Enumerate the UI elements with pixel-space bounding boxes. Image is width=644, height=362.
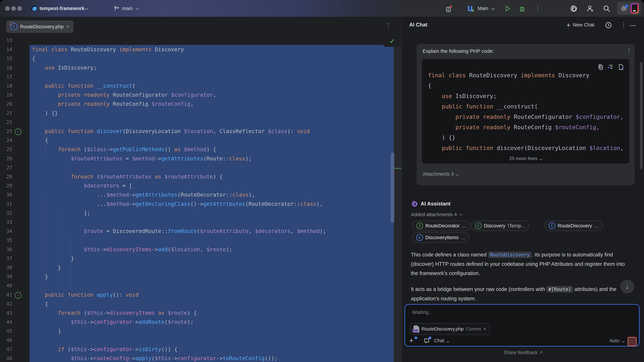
- attachment-chip[interactable]: IRouteDecorator...: [412, 221, 470, 231]
- new-chat-button[interactable]: New Chat: [573, 22, 594, 28]
- stop-button[interactable]: [628, 337, 636, 346]
- code-token: $route: [84, 228, 103, 234]
- insert-at-caret-icon[interactable]: [607, 63, 614, 71]
- code-token: RouteConfig: [110, 101, 152, 107]
- tab-close-icon[interactable]: ×: [66, 24, 69, 29]
- more-actions-menu[interactable]: ⋮: [535, 5, 541, 11]
- ai-assistant-icon[interactable]: [570, 4, 578, 13]
- search-everywhere-icon[interactable]: [602, 4, 611, 13]
- message-options-menu[interactable]: ⋮: [626, 48, 632, 54]
- settings-gear-icon[interactable]: [620, 4, 628, 13]
- run-config-selector[interactable]: Main: [478, 0, 488, 17]
- code-token: $route: [206, 246, 226, 253]
- attachment-label: Discovery: [484, 223, 505, 229]
- code-area[interactable]: final class RouteDiscovery implements Di…: [0, 35, 394, 362]
- code-token: $configurator: [171, 92, 213, 98]
- context-file-chip[interactable]: PHP RouteDiscovery.php Current ×: [410, 323, 490, 335]
- code-line: {: [32, 136, 48, 145]
- attachment-suffix: \Temp...: [508, 223, 525, 229]
- window-close-button[interactable]: [5, 6, 10, 11]
- chat-history-icon[interactable]: [604, 21, 612, 29]
- code-token: ->: [171, 355, 178, 362]
- interface-icon: I: [475, 222, 482, 229]
- code-token: ,: [620, 145, 627, 151]
- code-token: }: [32, 328, 61, 334]
- code-token: $decorators: [84, 183, 119, 189]
- hide-panel-button[interactable]: —: [630, 22, 636, 28]
- window-zoom-button[interactable]: [17, 6, 22, 11]
- inspections-ok-widget[interactable]: ✓: [384, 35, 401, 47]
- code-token: apply: [136, 355, 152, 362]
- copy-icon[interactable]: [597, 63, 604, 71]
- code-token: $class: [268, 128, 287, 134]
- code-token: public: [45, 128, 64, 134]
- code-token: implements: [119, 46, 152, 53]
- code-token: ->: [87, 355, 94, 362]
- chat-code-line: public function discover(DiscoveryLocati…: [428, 143, 627, 153]
- attachment-chip[interactable]: CDiscoveryItems...: [412, 232, 469, 243]
- code-token: $method: [184, 146, 206, 152]
- added-attachments-toggle[interactable]: Added attachments 4: [411, 212, 462, 217]
- user-avatar[interactable]: [630, 3, 639, 13]
- tab-routediscovery[interactable]: C RouteDiscovery.php ×: [6, 20, 74, 33]
- code-token: $this: [71, 319, 87, 325]
- attachments-toggle[interactable]: Attachments 3: [422, 171, 458, 177]
- code-line: }: [32, 254, 74, 263]
- branch-selector[interactable]: main: [122, 0, 133, 17]
- attachment-chip[interactable]: CRouteDiscovery...: [544, 221, 603, 231]
- window-minimize-button[interactable]: [11, 6, 16, 11]
- tab-label: RouteDiscovery.php: [20, 24, 64, 29]
- code-line: private readonly RouteConfigurator $conf…: [32, 90, 216, 99]
- code-token: configurator: [94, 346, 132, 353]
- expand-more-lines[interactable]: 25 more lines: [422, 156, 629, 161]
- add-context-button[interactable]: +: [409, 337, 417, 345]
- editor-options-menu[interactable]: ⋮: [386, 22, 392, 28]
- code-token: ->: [132, 319, 139, 325]
- editor-scrollbar[interactable]: [391, 152, 394, 223]
- code-token: [428, 103, 442, 110]
- plus-icon[interactable]: +: [566, 21, 570, 29]
- code-token: IsDiscovery;: [452, 93, 496, 99]
- mode-selector[interactable]: Chat: [434, 338, 449, 344]
- code-token: );: [187, 319, 194, 325]
- code-editor[interactable]: 1314151617181920212223↑24252627282930313…: [0, 35, 402, 362]
- project-selector[interactable]: tempest-framework: [40, 0, 84, 17]
- code-token: = DiscoveredRoute::: [103, 228, 168, 234]
- chevron-down-icon: [136, 6, 139, 10]
- new-file-icon[interactable]: [617, 63, 624, 71]
- model-selector[interactable]: Auto: [610, 338, 624, 344]
- code-token: RouteDiscovery: [466, 72, 521, 79]
- attachment-chip[interactable]: IDiscovery\Temp...: [470, 221, 529, 231]
- share-feedback-link[interactable]: Share feedback ↗: [402, 350, 644, 355]
- chat-code-line: private readonly RouteConfigurator $conf…: [428, 112, 624, 122]
- debug-button[interactable]: [518, 5, 526, 12]
- run-button[interactable]: [504, 5, 512, 12]
- chat-input-box[interactable]: Waiting... PHP RouteDiscovery.php Curren…: [404, 304, 640, 347]
- code-token: [32, 173, 71, 180]
- code-token: (: [164, 319, 168, 325]
- code-token: ,: [190, 101, 194, 107]
- code-token: ) {: [213, 173, 223, 180]
- code-token: [164, 310, 168, 316]
- code-token: $route: [168, 310, 187, 316]
- code-with-me-icon[interactable]: [586, 4, 594, 13]
- notification-dot: [414, 337, 417, 339]
- chat-scrollbar[interactable]: [640, 62, 643, 169]
- code-token: class: [300, 201, 316, 207]
- code-line: final class RouteDiscovery implements Di…: [32, 45, 184, 54]
- code-token: {: [32, 55, 35, 62]
- remove-context-icon[interactable]: ×: [483, 326, 486, 332]
- code-token: foreach: [58, 146, 80, 152]
- code-token: $this: [71, 346, 87, 353]
- chat-options-menu[interactable]: ⋮: [620, 21, 626, 27]
- code-token: [428, 93, 442, 99]
- code-token: (: [132, 83, 135, 89]
- code-line: $route = DiscoveredRoute::fromRoute($rou…: [32, 227, 326, 236]
- code-line: if ($this->configurator->isDirty()) {: [32, 345, 178, 354]
- attach-debugger-icon[interactable]: [444, 4, 453, 13]
- code-token: IsDiscovery;: [55, 64, 96, 71]
- scroll-to-bottom-button[interactable]: ↓: [620, 280, 634, 293]
- code-token: fromRoute: [168, 228, 197, 234]
- code-line: private readonly RouteConfig $routeConfi…: [32, 99, 194, 108]
- panel-title: AI Chat: [409, 22, 428, 28]
